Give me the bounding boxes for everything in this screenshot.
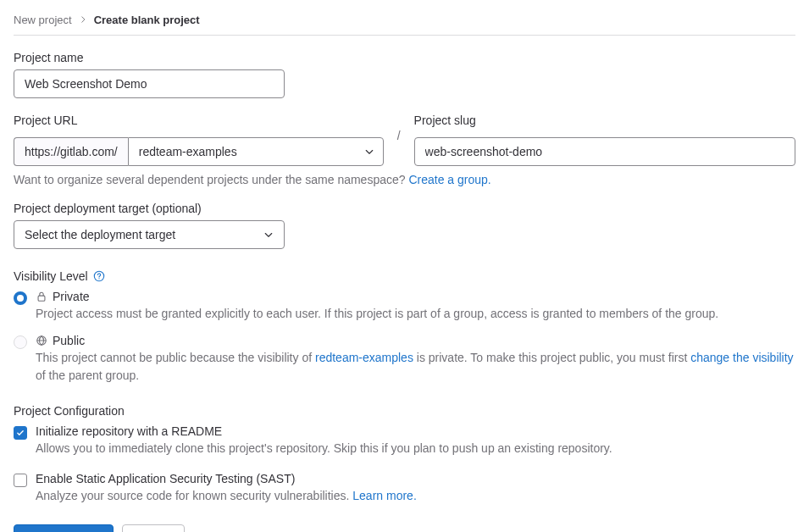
visibility-heading: Visibility Level (14, 269, 795, 283)
namespace-hint: Want to organize several dependent proje… (14, 173, 795, 186)
project-slug-input[interactable] (414, 137, 795, 166)
deployment-target-label: Project deployment target (optional) (14, 202, 795, 215)
cancel-button[interactable]: Cancel (122, 524, 185, 532)
help-icon[interactable] (93, 270, 105, 282)
change-visibility-link[interactable]: change the visibility (690, 351, 793, 364)
visibility-private-desc: Project access must be granted explicitl… (36, 305, 795, 322)
breadcrumb: New project Create blank project (14, 14, 795, 36)
chevron-right-icon (79, 14, 87, 26)
project-name-label: Project name (14, 51, 795, 64)
deployment-target-select[interactable]: Select the deployment target (14, 220, 285, 249)
project-name-input[interactable] (14, 69, 285, 98)
project-url-base: https://gitlab.com/ (14, 137, 128, 166)
sast-label[interactable]: Enable Static Application Security Testi… (36, 472, 795, 485)
globe-icon (36, 335, 47, 346)
readme-desc: Allows you to immediately clone this pro… (36, 440, 795, 457)
readme-label[interactable]: Initialize repository with a README (36, 424, 795, 438)
visibility-public-radio (14, 335, 27, 349)
visibility-private-label[interactable]: Private (36, 290, 795, 303)
visibility-private-radio[interactable] (14, 291, 27, 305)
chevron-down-icon (364, 147, 374, 157)
chevron-down-icon (263, 230, 274, 240)
create-group-link[interactable]: Create a group. (408, 173, 490, 186)
lock-icon (36, 291, 47, 302)
create-project-button[interactable]: Create project (14, 524, 114, 532)
svg-rect-2 (38, 296, 45, 301)
visibility-public-label: Public (36, 334, 795, 347)
namespace-select[interactable]: redteam-examples (128, 137, 384, 166)
breadcrumb-parent[interactable]: New project (14, 14, 72, 26)
project-slug-label: Project slug (414, 114, 795, 127)
sast-learn-more-link[interactable]: Learn more. (352, 489, 416, 502)
url-slash-separator: / (394, 120, 404, 151)
deployment-placeholder: Select the deployment target (25, 228, 175, 241)
visibility-public-desc: This project cannot be public because th… (36, 349, 795, 384)
project-url-label: Project URL (14, 114, 384, 127)
readme-checkbox[interactable] (14, 426, 27, 440)
svg-point-1 (98, 278, 99, 279)
breadcrumb-current: Create blank project (94, 14, 200, 26)
project-config-heading: Project Configuration (14, 404, 795, 418)
sast-desc: Analyze your source code for known secur… (36, 487, 795, 504)
namespace-link[interactable]: redteam-examples (315, 351, 413, 364)
namespace-selected: redteam-examples (139, 145, 237, 158)
sast-checkbox[interactable] (14, 474, 27, 487)
